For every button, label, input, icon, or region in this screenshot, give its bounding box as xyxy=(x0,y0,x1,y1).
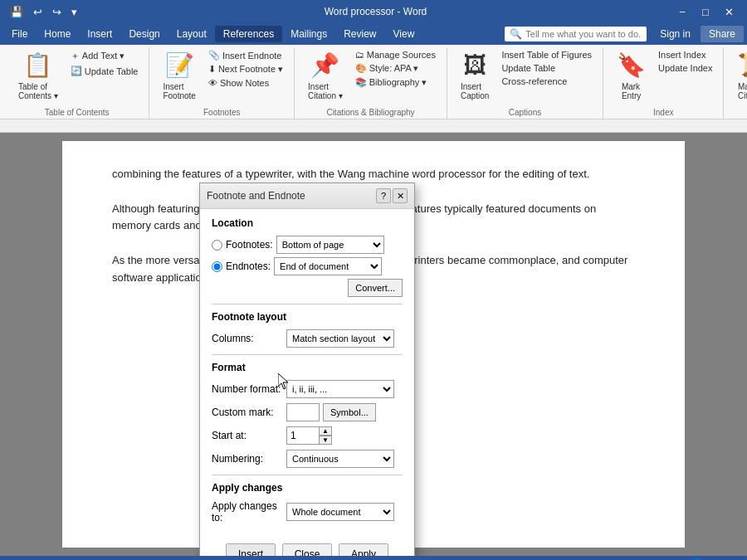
insert-citation-button[interactable]: 📌 InsertCitation ▾ xyxy=(301,48,349,104)
close-dialog-button[interactable]: Close xyxy=(282,543,332,556)
start-at-spinner: ▲ ▼ xyxy=(286,426,332,445)
apply-button[interactable]: Apply xyxy=(339,543,388,556)
columns-select[interactable]: Match section layout xyxy=(286,329,394,348)
columns-row: Columns: Match section layout xyxy=(212,329,403,348)
update-table-icon: 🔄 xyxy=(71,66,82,76)
insert-table-figures-button[interactable]: Insert Table of Figures xyxy=(497,48,596,61)
next-footnote-icon: ⬇ xyxy=(208,64,216,75)
apply-to-label: Apply changes to: xyxy=(212,500,286,523)
menu-layout[interactable]: Layout xyxy=(168,26,215,42)
spin-down-button[interactable]: ▼ xyxy=(319,436,332,445)
symbol-button[interactable]: Symbol... xyxy=(323,403,376,421)
captions-stack: Insert Table of Figures Update Table Cro… xyxy=(497,48,596,88)
endnotes-radio[interactable] xyxy=(212,261,222,272)
dialog-controls: ? ✕ xyxy=(376,188,408,203)
customize-button[interactable]: ▾ xyxy=(68,4,81,20)
menu-references[interactable]: References xyxy=(215,26,282,42)
share-button[interactable]: Share xyxy=(701,26,744,42)
maximize-button[interactable]: □ xyxy=(694,0,717,23)
dialog-body: Location Footnotes: Bottom of page Endno… xyxy=(200,209,414,537)
footnotes-radio[interactable] xyxy=(212,240,222,251)
ribbon-group-authorities: 📜 MarkCitation Insert Table of Authoriti… xyxy=(724,48,747,119)
insert-button[interactable]: Insert xyxy=(226,543,276,556)
mark-citation-icon: 📜 xyxy=(737,51,747,79)
redo-button[interactable]: ↪ xyxy=(49,4,65,20)
insert-index-button[interactable]: Insert Index xyxy=(654,48,716,61)
document-area: combining the features of a typewriter, … xyxy=(0,133,747,556)
update-table-button[interactable]: 🔄 Update Table xyxy=(66,64,143,78)
insert-footnote-button[interactable]: 📝 InsertFootnote xyxy=(156,48,202,104)
menu-file[interactable]: File xyxy=(3,26,36,42)
numbering-label: Numbering: xyxy=(212,453,286,465)
apply-changes-title: Apply changes xyxy=(212,482,403,494)
save-button[interactable]: 💾 xyxy=(7,4,27,20)
menu-design[interactable]: Design xyxy=(120,26,168,42)
table-of-contents-button[interactable]: 📋 Table ofContents ▾ xyxy=(12,48,65,104)
start-at-row: Start at: ▲ ▼ xyxy=(212,426,403,445)
authorities-group-label: Table of Authorities xyxy=(730,108,747,119)
search-input[interactable] xyxy=(525,29,642,39)
footnote-layout-title: Footnote layout xyxy=(212,311,403,323)
dialog-help-button[interactable]: ? xyxy=(376,188,391,203)
minimize-button[interactable]: − xyxy=(671,0,694,23)
ribbon-group-citations: 📌 InsertCitation ▾ 🗂 Manage Sources 🎨 St… xyxy=(295,48,447,119)
ruler xyxy=(0,119,747,133)
menu-insert[interactable]: Insert xyxy=(79,26,120,42)
custom-mark-input[interactable] xyxy=(286,403,320,421)
close-button[interactable]: ✕ xyxy=(717,0,740,23)
footnotes-select[interactable]: Bottom of page xyxy=(276,236,384,254)
index-group-label: Index xyxy=(610,108,716,119)
manage-sources-button[interactable]: 🗂 Manage Sources xyxy=(351,48,440,61)
bibliography-icon: 📚 xyxy=(355,77,367,88)
number-format-select[interactable]: i, ii, iii, ... xyxy=(286,380,394,398)
caption-icon: 🖼 xyxy=(463,51,486,79)
menu-mailings[interactable]: Mailings xyxy=(282,26,335,42)
sign-in-button[interactable]: Sign in xyxy=(653,26,697,42)
citation-icon: 📌 xyxy=(310,51,339,79)
start-at-input[interactable] xyxy=(286,426,320,445)
mark-entry-icon: 🔖 xyxy=(617,51,646,79)
insert-endnote-button[interactable]: 📎 Insert Endnote xyxy=(204,48,287,62)
mark-citation-button[interactable]: 📜 MarkCitation xyxy=(730,48,747,104)
status-bar: Page 1 of 7 Line: 3 1064 words ✓ English… xyxy=(0,556,747,560)
bibliography-button[interactable]: 📚 Bibliography ▾ xyxy=(351,75,440,90)
add-text-button[interactable]: ＋ Add Text ▾ xyxy=(66,48,143,64)
mark-entry-button[interactable]: 🔖 MarkEntry xyxy=(610,48,652,104)
insert-caption-button[interactable]: 🖼 InsertCaption xyxy=(454,48,496,104)
numbering-row: Numbering: Continuous xyxy=(212,450,403,468)
footnotes-stack: 📎 Insert Endnote ⬇ Next Footnote ▾ 👁 Sho… xyxy=(204,48,287,90)
apply-changes-row: Apply changes to: Whole document xyxy=(212,500,403,523)
update-index-button[interactable]: Update Index xyxy=(654,61,716,75)
menu-review[interactable]: Review xyxy=(335,26,384,42)
show-notes-button[interactable]: 👁 Show Notes xyxy=(204,76,287,90)
window-controls: − □ ✕ xyxy=(671,0,740,23)
apply-to-select[interactable]: Whole document xyxy=(286,503,394,521)
footnotes-row: Footnotes: Bottom of page xyxy=(212,236,403,254)
start-at-label: Start at: xyxy=(212,430,286,441)
footnote-endnote-dialog: Footnote and Endnote ? ✕ Location Footno… xyxy=(199,183,415,556)
toc-icon: 📋 xyxy=(23,51,52,79)
style-button[interactable]: 🎨 Style: APA ▾ xyxy=(351,61,440,75)
undo-button[interactable]: ↩ xyxy=(30,4,46,20)
citations-stack: 🗂 Manage Sources 🎨 Style: APA ▾ 📚 Biblio… xyxy=(351,48,440,90)
toc-stack: ＋ Add Text ▾ 🔄 Update Table xyxy=(66,48,143,78)
update-table2-button[interactable]: Update Table xyxy=(497,61,596,75)
endnotes-select[interactable]: End of document xyxy=(274,257,382,275)
location-section-title: Location xyxy=(212,217,403,229)
footnote-icon: 📝 xyxy=(165,51,194,79)
ribbon-group-footnotes: 📝 InsertFootnote 📎 Insert Endnote ⬇ Next… xyxy=(149,48,295,119)
menu-home[interactable]: Home xyxy=(36,26,79,42)
ribbon: 📋 Table ofContents ▾ ＋ Add Text ▾ 🔄 Upda… xyxy=(0,45,747,119)
spin-up-button[interactable]: ▲ xyxy=(319,426,332,436)
dialog-title: Footnote and Endnote xyxy=(207,190,305,202)
title-bar: 💾 ↩ ↪ ▾ Word processor - Word − □ ✕ xyxy=(0,0,747,23)
cross-reference-button[interactable]: Cross-reference xyxy=(497,75,596,88)
numbering-select[interactable]: Continuous xyxy=(286,450,394,468)
dialog-overlay: Footnote and Endnote ? ✕ Location Footno… xyxy=(0,133,747,556)
next-footnote-button[interactable]: ⬇ Next Footnote ▾ xyxy=(204,62,287,76)
endnotes-label: Endnotes: xyxy=(212,261,271,272)
menu-view[interactable]: View xyxy=(385,26,423,42)
dialog-close-button[interactable]: ✕ xyxy=(393,188,408,203)
dialog-footer: Insert Close Apply xyxy=(200,537,414,556)
convert-button[interactable]: Convert... xyxy=(348,279,403,297)
